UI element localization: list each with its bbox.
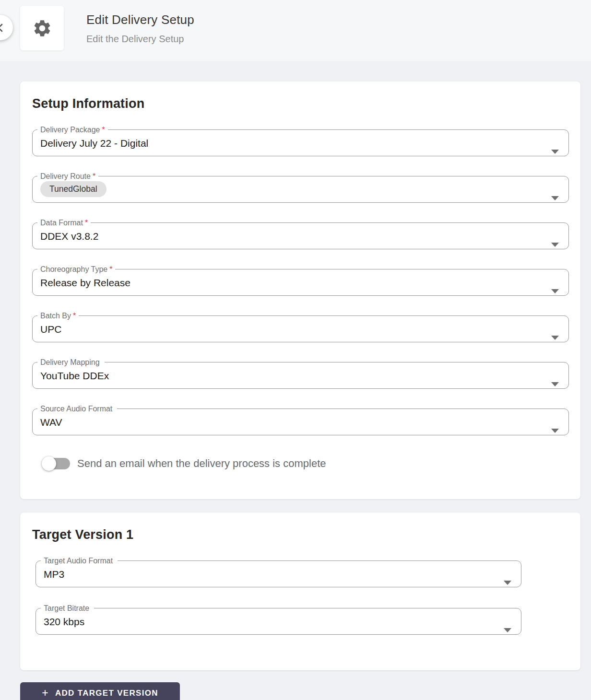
- dropdown-arrow-icon: [504, 581, 511, 585]
- source-audio-format-select[interactable]: Source Audio Format WAV: [32, 404, 569, 435]
- batch-by-value: UPC: [33, 320, 568, 335]
- batch-by-select[interactable]: Batch By* UPC: [32, 311, 569, 342]
- page-title: Edit Delivery Setup: [86, 12, 194, 27]
- gear-icon: [32, 18, 52, 38]
- choreography-type-label: Choreography Type*: [37, 265, 115, 274]
- source-audio-format-value: WAV: [33, 413, 568, 428]
- required-asterisk: *: [73, 312, 76, 320]
- email-toggle-label: Send an email when the delivery process …: [77, 457, 326, 470]
- target-audio-format-value: MP3: [36, 565, 521, 580]
- delivery-route-select[interactable]: Delivery Route* TunedGlobal: [32, 172, 569, 203]
- choreography-type-value: Release by Release: [33, 274, 568, 289]
- back-button[interactable]: [0, 15, 13, 40]
- data-format-label: Data Format*: [37, 218, 91, 227]
- setup-card-title: Setup Information: [32, 96, 569, 111]
- add-target-version-button[interactable]: + ADD TARGET VERSION: [20, 682, 180, 700]
- target-version-card: Target Version 1 Target Audio Format MP3…: [20, 513, 580, 670]
- plus-icon: +: [42, 688, 49, 699]
- required-asterisk: *: [109, 265, 112, 273]
- batch-by-label: Batch By*: [37, 311, 79, 320]
- dropdown-arrow-icon: [551, 382, 559, 386]
- dropdown-arrow-icon: [551, 336, 559, 340]
- setup-information-card: Setup Information Delivery Package* Deli…: [20, 82, 580, 499]
- dropdown-arrow-icon: [504, 628, 511, 632]
- dropdown-arrow-icon: [551, 150, 559, 154]
- add-target-version-label: ADD TARGET VERSION: [55, 688, 158, 698]
- delivery-route-label: Delivery Route*: [37, 172, 98, 181]
- delivery-mapping-label: Delivery Mapping: [37, 358, 105, 367]
- choreography-type-select[interactable]: Choreography Type* Release by Release: [32, 265, 569, 296]
- page-subtitle: Edit the Delivery Setup: [86, 34, 194, 45]
- target-audio-format-select[interactable]: Target Audio Format MP3: [35, 556, 521, 587]
- data-format-select[interactable]: Data Format* DDEX v3.8.2: [32, 218, 569, 249]
- target-bitrate-select[interactable]: Target Bitrate 320 kbps: [35, 604, 521, 635]
- target-bitrate-label: Target Bitrate: [41, 604, 94, 613]
- dropdown-arrow-icon: [551, 196, 559, 200]
- email-toggle-row: Send an email when the delivery process …: [42, 456, 569, 471]
- delivery-mapping-select[interactable]: Delivery Mapping YouTube DDEx: [32, 358, 569, 389]
- source-audio-format-label: Source Audio Format: [37, 404, 117, 413]
- delivery-package-value: Delivery July 22 - Digital: [33, 134, 568, 149]
- target-card-title: Target Version 1: [32, 527, 569, 542]
- chevron-left-icon: [0, 22, 6, 34]
- header-icon-card: [20, 6, 64, 50]
- email-toggle[interactable]: [42, 456, 71, 471]
- required-asterisk: *: [85, 219, 88, 227]
- required-asterisk: *: [93, 172, 95, 180]
- dropdown-arrow-icon: [551, 243, 559, 247]
- delivery-route-chip[interactable]: TunedGlobal: [40, 181, 106, 197]
- target-bitrate-value: 320 kbps: [36, 613, 521, 628]
- delivery-package-label: Delivery Package*: [37, 125, 108, 134]
- page-header: Edit Delivery Setup Edit the Delivery Se…: [0, 0, 591, 61]
- data-format-value: DDEX v3.8.2: [33, 227, 568, 242]
- required-asterisk: *: [102, 126, 105, 134]
- delivery-package-select[interactable]: Delivery Package* Delivery July 22 - Dig…: [32, 125, 569, 156]
- delivery-mapping-value: YouTube DDEx: [33, 367, 568, 382]
- dropdown-arrow-icon: [551, 289, 559, 293]
- target-audio-format-label: Target Audio Format: [41, 556, 118, 565]
- toggle-thumb: [42, 456, 56, 471]
- dropdown-arrow-icon: [551, 429, 559, 433]
